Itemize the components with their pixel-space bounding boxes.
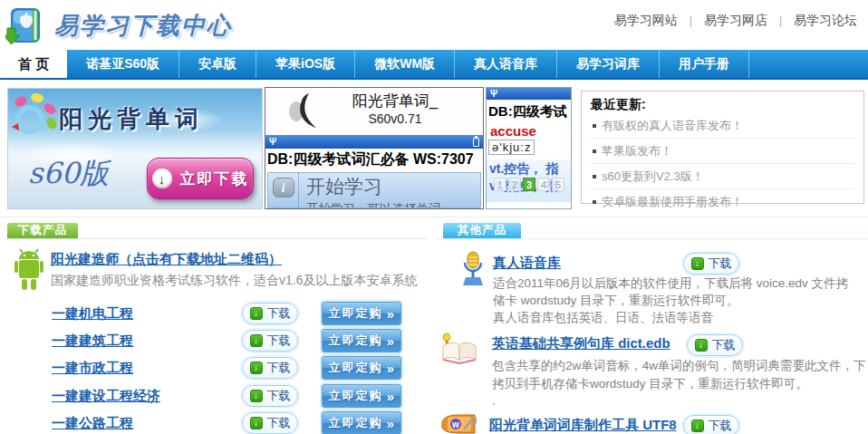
- download-arrow-icon: ↓: [152, 169, 172, 188]
- download-arrow-icon: ↓: [691, 257, 704, 270]
- nav-tab-manual[interactable]: 用户手册: [660, 50, 749, 78]
- pager-page-4[interactable]: 4: [537, 178, 550, 191]
- top-link-store[interactable]: 易学习网店: [704, 13, 767, 29]
- order-now-button[interactable]: 立即定购 »: [322, 356, 401, 380]
- site-logo[interactable]: 易学习下载中心: [5, 3, 232, 49]
- order-now-button[interactable]: 立即定购 »: [322, 384, 401, 408]
- chevron-right-icon: »: [387, 333, 394, 349]
- product-link[interactable]: 一建公路工程: [52, 415, 133, 432]
- statusbar: Ψ: [487, 88, 571, 100]
- product-row: 一建公路工程 ↓ 下载 立即定购 »: [0, 411, 426, 434]
- nav-tab-home[interactable]: 首 页: [0, 50, 67, 78]
- product-link[interactable]: 一建机电工程: [52, 305, 133, 323]
- app-screenshot-1: 阳光背单词_ S60v0.71 Ψ DB:四级考试词汇必备 WS:7307 i …: [265, 87, 484, 209]
- dictionary-word: accuse: [487, 123, 571, 139]
- nav-tab-wm[interactable]: 微软WM版: [355, 50, 455, 78]
- nav-tab-s60[interactable]: 诺基亚S60版: [67, 50, 179, 78]
- battery-icon: [473, 138, 479, 147]
- tool-book-icon: w: [440, 413, 477, 434]
- download-button[interactable]: ↓ 下载: [242, 303, 298, 324]
- top-link-separator: |: [690, 14, 692, 27]
- antenna-icon: Ψ: [490, 90, 497, 99]
- download-arrow-icon: ↓: [695, 339, 708, 352]
- nav-tab-voice[interactable]: 真人语音库: [455, 50, 557, 78]
- download-button[interactable]: ↓ 下载: [242, 412, 298, 434]
- menu-item-title: 开始学习: [306, 174, 441, 199]
- db-info-line: DB:四级考试: [487, 100, 571, 123]
- tab-download-products[interactable]: 下载产品: [7, 223, 78, 238]
- other-product-desc-line: 储卡 wordstudy 目录下，重新运行软件即可。: [493, 293, 739, 309]
- microphone-icon: [458, 250, 487, 292]
- banner-title: 阳光背单词: [59, 103, 204, 135]
- top-link-website[interactable]: 易学习网站: [614, 13, 678, 29]
- statusbar: Ψ: [265, 135, 483, 149]
- screenshot1-titlebox: 阳光背单词_ S60v0.71: [327, 91, 463, 126]
- app-title: 阳光背单词_: [327, 91, 463, 111]
- product-row: 一建市政工程 ↓ 下载 立即定购 »: [0, 356, 426, 381]
- pager-page-1[interactable]: 1: [494, 178, 506, 191]
- db-info-line: DB:四级考试词汇必备 WS:7307: [265, 149, 483, 169]
- update-item[interactable]: 苹果版发布！: [591, 139, 854, 164]
- site-title: 易学习下载中心: [54, 10, 232, 42]
- antenna-icon: Ψ: [269, 138, 276, 147]
- chevron-right-icon: »: [387, 416, 394, 431]
- product-link-builder[interactable]: 阳光建造师（点击有下载地址二维码）: [51, 251, 282, 268]
- other-product-desc-line: 拷贝到手机存储卡wordstudy 目录下，重新运行软件即可。: [492, 376, 808, 392]
- right-section-underline: [436, 238, 868, 239]
- screenshot1-header: 阳光背单词_ S60v0.71: [265, 88, 483, 135]
- update-item[interactable]: s60更新到V2.3版！: [591, 164, 854, 189]
- other-product-link-tool[interactable]: 阳光背单词词库制作工具 UTF8: [489, 417, 677, 434]
- product-row: 一建建设工程经济 ↓ 下载 立即定购 »: [0, 384, 426, 409]
- banner-download-button[interactable]: ↓ 立即下载: [147, 158, 254, 199]
- update-item[interactable]: 有版权的真人语音库发布！: [591, 113, 854, 139]
- pager-page-3-active[interactable]: 3: [523, 178, 535, 191]
- product-row: 一建建筑工程 ↓ 下载 立即定购 »: [0, 329, 426, 353]
- download-button[interactable]: ↓ 下载: [683, 253, 739, 275]
- update-item[interactable]: 安卓版最新使用手册发布！: [591, 189, 854, 214]
- other-product-link-dict[interactable]: 英语基础共享例句库 dict.edb: [492, 335, 670, 352]
- product-link[interactable]: 一建建筑工程: [52, 333, 133, 350]
- download-arrow-icon: ↓: [250, 417, 263, 429]
- order-now-button[interactable]: 立即定购 »: [322, 302, 401, 325]
- download-button[interactable]: ↓ 下载: [683, 415, 739, 434]
- pager-page-5[interactable]: 5: [552, 178, 564, 191]
- app-version: S60v0.71: [327, 111, 463, 126]
- top-link-forum[interactable]: 易学习论坛: [794, 13, 857, 29]
- main-nav: 首 页 诺基亚S60版 安卓版 苹果iOS版 微软WM版 真人语音库 易学习词库…: [0, 50, 868, 80]
- download-button[interactable]: ↓ 下载: [242, 330, 298, 352]
- download-arrow-icon: ↓: [250, 307, 263, 320]
- menu-icon-column: i: [268, 173, 299, 207]
- pager-page-2[interactable]: 2: [508, 178, 521, 191]
- app-menu-panel: i 开始学习 开始学习，可以选择单词: [267, 172, 481, 208]
- product-link[interactable]: 一建市政工程: [52, 360, 133, 377]
- promo-banner: 阳光背单词 s60版 ↓ 立即下载: [7, 88, 263, 209]
- tab-other-products[interactable]: 其他产品: [443, 223, 521, 238]
- left-section-underline: [7, 238, 426, 239]
- bullet-icon: [593, 175, 596, 178]
- section-divider: [0, 217, 868, 217]
- page: 易学习下载中心 易学习网站 | 易学习网店 | 易学习论坛 首 页 诺基亚S60…: [0, 0, 868, 434]
- flower-logo-icon: [10, 92, 59, 147]
- recent-updates-title: 最近更新:: [591, 97, 854, 113]
- logo-bag-icon: [5, 3, 47, 49]
- nav-tab-ios[interactable]: 苹果iOS版: [256, 50, 355, 78]
- download-button[interactable]: ↓ 下载: [687, 334, 743, 356]
- other-product-link-voice[interactable]: 真人语音库: [493, 255, 561, 272]
- order-now-button[interactable]: 立即定购 »: [322, 329, 401, 352]
- other-product-desc-line: 真人语音库包括英语、日语、法语等语音: [493, 310, 713, 326]
- chevron-right-icon: »: [387, 306, 394, 322]
- menu-item-subtitle: 开始学习，可以选择单词: [306, 201, 441, 207]
- product-description: 国家建造师职业资格考试练习软件，适合v1.6及以上版本安卓系统: [51, 273, 417, 289]
- order-now-button[interactable]: 立即定购 »: [322, 411, 401, 434]
- svg-text:w: w: [451, 420, 459, 429]
- other-product-desc-line: 适合2011年06月以后版本的软件使用，下载后将 voice.edv 文件拷: [493, 275, 848, 292]
- banner-edition: s60版: [28, 154, 109, 194]
- download-button[interactable]: ↓ 下载: [242, 357, 298, 379]
- info-icon: i: [273, 178, 294, 198]
- nav-tab-dict[interactable]: 易学习词库: [557, 50, 660, 78]
- product-link[interactable]: 一建建设工程经济: [52, 388, 160, 405]
- other-product-desc-line: 包含共享的约2w单词音标，4w单词的例句，简明词典需要此文件，下: [492, 358, 866, 374]
- nav-tab-android[interactable]: 安卓版: [179, 50, 256, 78]
- download-button[interactable]: ↓ 下载: [242, 385, 298, 407]
- other-product-desc-line: .: [492, 394, 496, 408]
